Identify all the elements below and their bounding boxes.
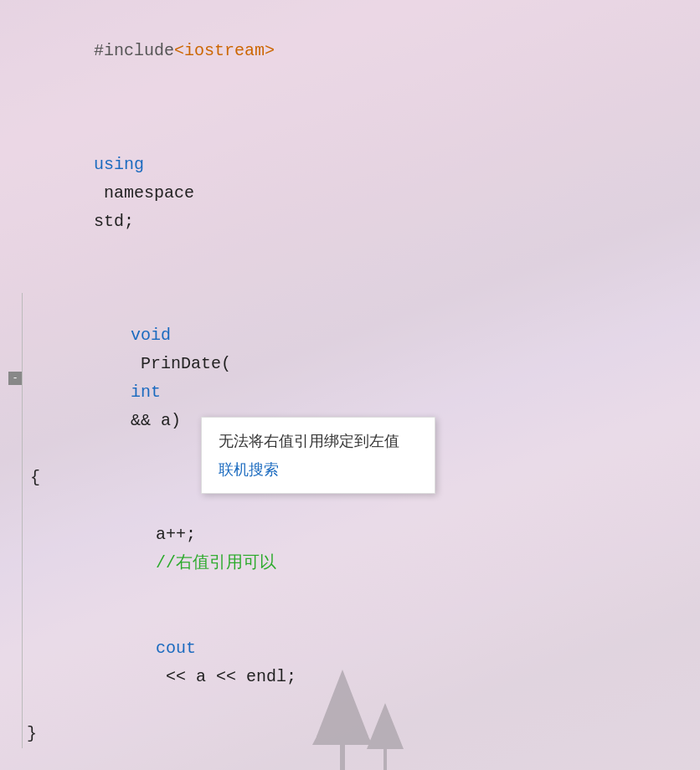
- aplus-code: a++;: [156, 525, 206, 544]
- code-editor: #include<iostream> using namespace std; …: [0, 0, 700, 770]
- cout-keyword: cout: [156, 639, 196, 658]
- cout-rest: << a << endl;: [156, 667, 296, 686]
- code-area: #include<iostream> using namespace std; …: [0, 0, 700, 770]
- int-keyword-1: int: [131, 382, 161, 402]
- brace-close-1: }: [22, 720, 37, 748]
- brace-open-1: {: [25, 464, 40, 492]
- comment-1: //右值引用可以: [156, 553, 276, 572]
- line-blank-3: [0, 748, 700, 770]
- line-using: using namespace std;: [0, 122, 700, 264]
- namespace-keyword: namespace: [94, 183, 204, 203]
- line-blank-2: [0, 264, 700, 293]
- line-include: #include<iostream>: [0, 8, 700, 94]
- void-keyword: void: [131, 326, 171, 345]
- include-header: <iostream>: [174, 41, 275, 60]
- using-keyword: using: [94, 155, 144, 174]
- fold-marker-1[interactable]: -: [8, 372, 22, 385]
- section-prindate: - void PrinDate( int && a) { a++; //右值引用…: [0, 293, 700, 748]
- line-cout: cout << a << endl;: [0, 606, 700, 720]
- error-message: 无法将右值引用绑定到左值: [219, 431, 414, 451]
- error-popup: 无法将右值引用绑定到左值 联机搜索: [201, 417, 435, 494]
- line-blank-1: [0, 94, 700, 122]
- include-keyword: #include: [94, 41, 174, 60]
- line-close-brace-1: }: [0, 720, 700, 748]
- line-aplus: a++; //右值引用可以: [0, 492, 700, 606]
- func-name-prindate: PrinDate(: [131, 354, 231, 373]
- ref-operator: && a): [131, 411, 181, 430]
- error-search-link[interactable]: 联机搜索: [219, 461, 279, 478]
- std-name: std;: [94, 212, 134, 231]
